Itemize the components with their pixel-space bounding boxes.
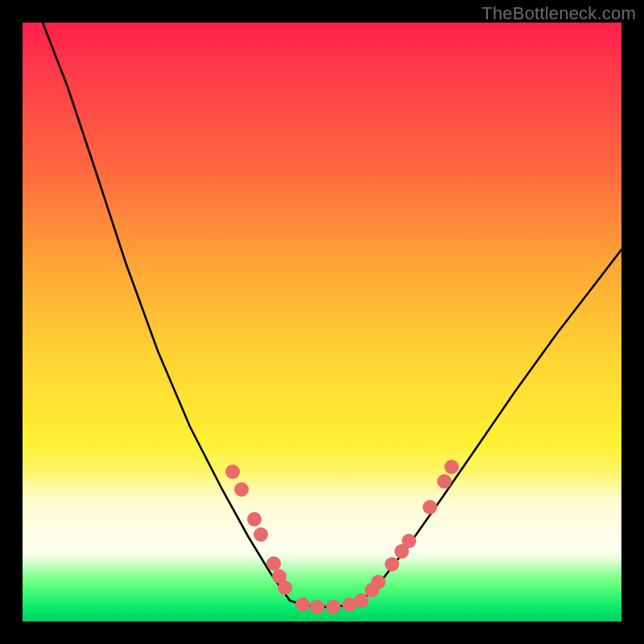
data-point-marker <box>354 593 369 608</box>
chart-svg <box>23 23 621 621</box>
data-point-marker <box>437 474 452 489</box>
data-point-marker <box>444 460 459 474</box>
chart-frame: TheBottleneck.com <box>0 0 644 644</box>
data-point-markers <box>225 460 459 614</box>
data-point-marker <box>295 597 310 612</box>
data-point-marker <box>266 556 281 571</box>
data-point-marker <box>254 527 268 542</box>
data-point-marker <box>371 575 386 589</box>
data-point-marker <box>234 482 249 497</box>
data-point-marker <box>278 580 292 595</box>
watermark-text: TheBottleneck.com <box>481 3 636 24</box>
data-point-marker <box>310 600 324 614</box>
data-point-marker <box>423 500 437 514</box>
data-point-marker <box>326 600 341 614</box>
plot-area <box>23 23 621 621</box>
bottleneck-curve <box>43 23 621 607</box>
data-point-marker <box>225 464 240 479</box>
data-point-marker <box>247 512 262 526</box>
data-point-marker <box>385 557 399 572</box>
data-point-marker <box>402 534 416 548</box>
